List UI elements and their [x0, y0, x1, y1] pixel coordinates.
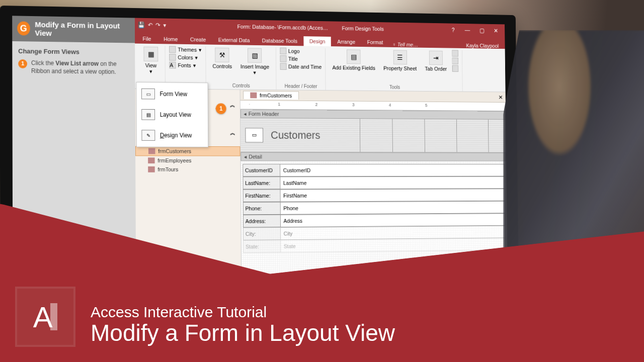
tutorial-step: 1 Click the View List arrow on the Ribbo…: [18, 58, 129, 76]
field-label[interactable]: City:: [243, 227, 281, 240]
tools-extra-1[interactable]: [452, 50, 459, 56]
context-title: Form Design Tools: [342, 25, 383, 32]
save-icon[interactable]: 💾: [138, 22, 145, 29]
ribbon-group-header-footer: Logo Title Date and Time Header / Footer: [276, 47, 326, 90]
field-label[interactable]: Address:: [243, 215, 281, 228]
field-textbox[interactable]: Address: [281, 213, 505, 227]
insert-image-button[interactable]: ▧ Insert Image▾: [237, 47, 272, 77]
tab-file[interactable]: File: [137, 34, 157, 44]
redo-icon[interactable]: ↷: [155, 22, 160, 29]
step-text: Click the View List arrow on the Ribbon …: [31, 59, 129, 76]
tab-arrange[interactable]: Arrange: [332, 37, 361, 47]
tab-order-button[interactable]: ⇥ Tab Order: [422, 50, 450, 73]
maximize-button[interactable]: ▢: [475, 27, 488, 34]
viewer-silhouette: [503, 30, 644, 312]
document-title: Form: Database- \Form.accdb (Acces…: [237, 24, 328, 31]
logo-icon: [280, 48, 286, 55]
title-button[interactable]: Title: [280, 55, 321, 63]
collapse-icon: ︽: [230, 102, 235, 109]
ribbon-group-tools: ▤ Add Existing Fields ☰ Property Sheet ⇥…: [326, 48, 463, 92]
design-surface[interactable]: ◂ Form Header ▭ Customers ◂ Detail Custo…: [240, 109, 508, 313]
tab-external-data[interactable]: External Data: [212, 35, 255, 45]
nav-item-frmcustomers[interactable]: frmCustomers: [135, 146, 240, 156]
field-row[interactable]: LastName:LastName: [243, 176, 505, 190]
view-list-dropdown: ▭ Form View ▤ Layout View ✎ Design View: [136, 82, 208, 147]
tutorial-sidebar: G Modify a Form in Layout View Change Fo…: [12, 16, 136, 317]
field-textbox[interactable]: CustomerID: [280, 164, 505, 176]
brand-logo-icon: G: [17, 22, 30, 36]
fonts-icon: A: [169, 62, 176, 69]
design-view-icon: ✎: [141, 130, 155, 141]
field-row[interactable]: State:State: [243, 238, 505, 253]
view-button[interactable]: ▦ View ▾: [141, 46, 162, 76]
view-option-form[interactable]: ▭ Form View: [137, 83, 207, 105]
tutorial-title: Modify a Form in Layout View: [35, 20, 130, 39]
monitor-frame: G Modify a Form in Layout View Change Fo…: [0, 6, 519, 327]
field-row[interactable]: CustomerIDCustomerID: [243, 164, 505, 176]
form-tab-frmcustomers[interactable]: frmCustomers: [243, 91, 299, 100]
colors-button[interactable]: Colors▾: [169, 54, 201, 61]
tab-format[interactable]: Format: [362, 37, 389, 47]
field-row[interactable]: Phone:Phone: [243, 201, 505, 215]
tools-extra-3[interactable]: [452, 65, 459, 72]
layout-view-icon: ▤: [141, 109, 155, 120]
chevron-down-icon: ▾: [149, 68, 152, 75]
subform-icon: [452, 50, 459, 56]
convert-icon: [452, 65, 459, 72]
property-sheet-button[interactable]: ☰ Property Sheet: [380, 49, 419, 72]
form-header-area[interactable]: ▭ Customers: [240, 118, 506, 153]
group-label-controls: Controls: [232, 82, 250, 89]
detail-section-bar[interactable]: ◂ Detail: [240, 152, 506, 161]
form-icon: [148, 166, 154, 172]
add-existing-fields-button[interactable]: ▤ Add Existing Fields: [330, 48, 378, 72]
field-row[interactable]: FirstName:FirstName: [243, 189, 505, 202]
controls-gallery[interactable]: ⚒ Controls: [210, 47, 235, 70]
form-logo-control[interactable]: ▭: [245, 128, 263, 142]
close-button[interactable]: ✕: [490, 27, 502, 34]
field-label[interactable]: State:: [243, 240, 281, 253]
quick-access-toolbar: 💾 ↶ ↷ ▾: [138, 22, 167, 29]
field-label[interactable]: LastName:: [243, 176, 280, 189]
form-icon: [250, 93, 257, 99]
view-option-layout[interactable]: ▤ Layout View: [137, 104, 207, 125]
image-icon: ▧: [248, 48, 262, 63]
nav-item-frmtours[interactable]: frmTours: [135, 165, 240, 174]
tools-extra-2[interactable]: [452, 57, 459, 64]
ribbon: ▦ View ▾ Views Themes▾ Colors▾: [135, 44, 505, 93]
field-textbox[interactable]: State: [281, 238, 506, 252]
field-label[interactable]: CustomerID: [243, 164, 280, 176]
tab-database-tools[interactable]: Database Tools: [256, 36, 303, 46]
tell-me-search[interactable]: ♀ Tell me…: [392, 41, 418, 47]
form-design-area: frmCustomers ✕ ·12345 ◂ Form Header ▭ Cu…: [240, 90, 508, 313]
ribbon-group-controls: ⚒ Controls ▧ Insert Image▾ Controls: [206, 46, 276, 89]
tab-design[interactable]: Design: [304, 36, 331, 46]
minimize-button[interactable]: —: [461, 27, 474, 34]
collapse-icon: ︽: [230, 129, 235, 137]
step-number-badge: 1: [18, 59, 27, 68]
field-textbox[interactable]: LastName: [280, 176, 505, 190]
field-textbox[interactable]: FirstName: [280, 189, 505, 202]
fonts-button[interactable]: AFonts▾: [169, 62, 201, 69]
header-grid: [328, 119, 502, 152]
field-label[interactable]: Phone:: [243, 202, 281, 215]
form-title-control[interactable]: Customers: [271, 129, 320, 141]
logo-button[interactable]: Logo: [280, 48, 321, 55]
tutorial-section: Change Form Views: [18, 47, 129, 56]
field-label[interactable]: FirstName:: [243, 189, 281, 202]
view-icon: ▦: [143, 47, 158, 62]
tab-create[interactable]: Create: [185, 34, 212, 44]
undo-icon[interactable]: ↶: [148, 22, 153, 29]
help-button[interactable]: ?: [447, 27, 459, 34]
datetime-button[interactable]: Date and Time: [280, 63, 321, 70]
close-tab-icon[interactable]: ✕: [499, 94, 503, 101]
tab-order-icon: ⇥: [429, 51, 443, 65]
field-textbox[interactable]: Phone: [281, 201, 505, 215]
detail-area[interactable]: CustomerIDCustomerID LastName:LastName F…: [240, 161, 507, 256]
qat-dropdown-icon[interactable]: ▾: [163, 22, 166, 29]
view-option-design[interactable]: ✎ Design View: [138, 125, 207, 146]
themes-button[interactable]: Themes▾: [169, 46, 201, 53]
tab-home[interactable]: Home: [158, 34, 184, 44]
form-icon: [148, 157, 154, 163]
nav-item-frmemployees[interactable]: frmEmployees: [135, 156, 240, 165]
screen: G Modify a Form in Layout View Change Fo…: [12, 16, 508, 317]
